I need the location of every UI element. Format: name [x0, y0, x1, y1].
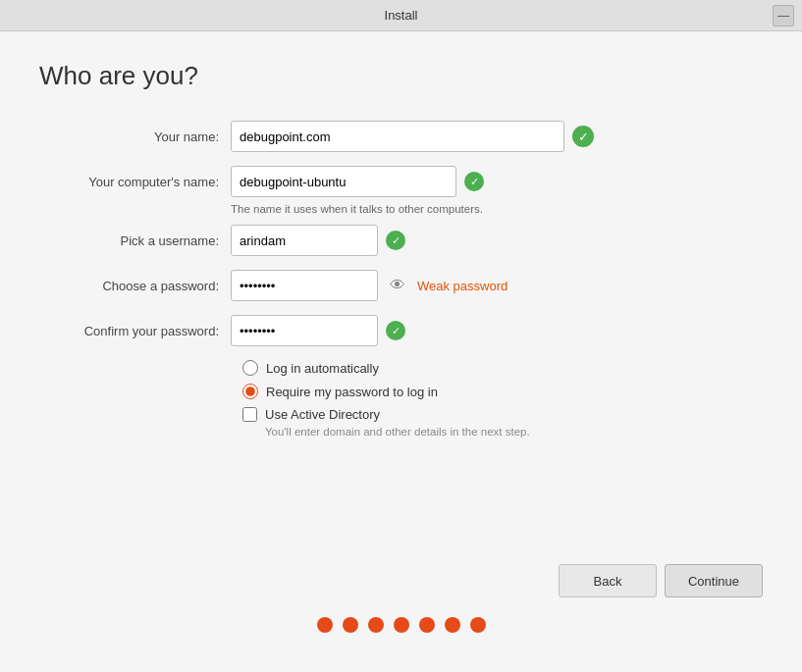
password-input[interactable]: [231, 270, 378, 301]
button-row: Back Continue: [559, 564, 763, 597]
confirm-password-label: Confirm your password:: [39, 324, 231, 338]
login-options-area: Log in automatically Require my password…: [242, 360, 763, 438]
dot-7: [470, 617, 486, 633]
computer-name-label: Your computer's name:: [39, 175, 231, 189]
username-input[interactable]: [231, 225, 378, 256]
progress-dots: [39, 617, 763, 643]
computer-name-input[interactable]: [231, 166, 456, 197]
password-input-wrap: 👁 Weak password: [231, 270, 508, 301]
dot-3: [368, 617, 384, 633]
active-directory-checkbox[interactable]: [242, 407, 257, 422]
your-name-input-wrap: ✓: [231, 121, 594, 152]
require-password-row: Require my password to log in: [242, 384, 763, 399]
form-area: Your name: ✓ Your computer's name: ✓ The…: [39, 121, 763, 564]
dot-2: [343, 617, 358, 633]
dot-4: [394, 617, 409, 633]
login-auto-label[interactable]: Log in automatically: [266, 361, 379, 376]
login-auto-radio[interactable]: [242, 360, 258, 376]
your-name-check-icon: ✓: [572, 126, 594, 147]
main-content: Who are you? Your name: ✓ Your computer'…: [0, 31, 802, 672]
password-label: Choose a password:: [39, 279, 231, 293]
minimize-button[interactable]: —: [773, 5, 794, 26]
confirm-password-row: Confirm your password: ✓: [39, 315, 763, 346]
continue-button[interactable]: Continue: [665, 564, 763, 597]
page-title: Who are you?: [39, 61, 763, 91]
dot-1: [317, 617, 333, 633]
require-password-radio[interactable]: [242, 384, 258, 399]
title-bar: Install —: [0, 0, 802, 31]
bottom-area: Back Continue: [39, 564, 763, 652]
computer-name-row: Your computer's name: ✓: [39, 166, 763, 197]
computer-name-input-wrap: ✓: [231, 166, 484, 197]
your-name-label: Your name:: [39, 129, 231, 144]
back-button[interactable]: Back: [559, 564, 657, 597]
computer-name-check-icon: ✓: [464, 172, 484, 191]
weak-password-badge: Weak password: [417, 279, 508, 293]
password-row: Choose a password: 👁 Weak password: [39, 270, 763, 301]
computer-name-hint: The name it uses when it talks to other …: [231, 203, 763, 215]
dot-5: [419, 617, 435, 633]
window-title: Install: [385, 8, 418, 23]
login-auto-row: Log in automatically: [242, 360, 763, 376]
your-name-row: Your name: ✓: [39, 121, 763, 152]
active-directory-hint: You'll enter domain and other details in…: [265, 426, 763, 438]
username-row: Pick a username: ✓: [39, 225, 763, 256]
your-name-input[interactable]: [231, 121, 564, 152]
active-directory-label[interactable]: Use Active Directory: [265, 407, 380, 422]
username-label: Pick a username:: [39, 233, 231, 248]
require-password-label[interactable]: Require my password to log in: [266, 385, 438, 399]
dot-6: [445, 617, 460, 633]
active-directory-row: Use Active Directory: [242, 407, 763, 422]
confirm-password-input-wrap: ✓: [231, 315, 405, 346]
confirm-password-input[interactable]: [231, 315, 378, 346]
show-password-icon[interactable]: 👁: [386, 277, 409, 294]
username-input-wrap: ✓: [231, 225, 405, 256]
confirm-password-check-icon: ✓: [386, 321, 405, 340]
username-check-icon: ✓: [386, 231, 405, 250]
